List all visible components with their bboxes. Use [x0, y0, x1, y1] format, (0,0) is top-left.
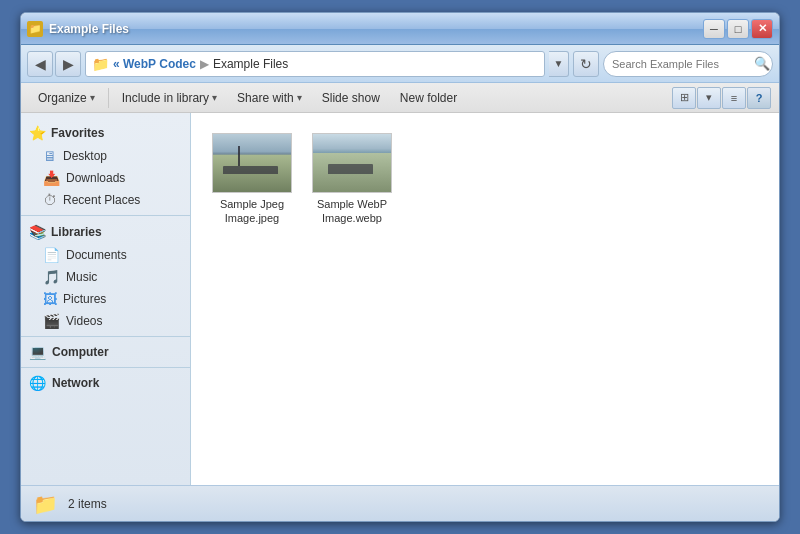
favorites-header[interactable]: ⭐ Favorites [21, 121, 190, 145]
close-button[interactable]: ✕ [751, 19, 773, 39]
downloads-label: Downloads [66, 171, 125, 185]
status-bar: 📁 2 items [21, 485, 779, 521]
sidebar: ⭐ Favorites 🖥 Desktop 📥 Downloads ⏱ Rece… [21, 113, 191, 485]
favorites-label: Favorites [51, 126, 104, 140]
libraries-header[interactable]: 📚 Libraries [21, 220, 190, 244]
forward-button[interactable]: ▶ [55, 51, 81, 77]
file-thumbnail-jpeg [212, 133, 292, 193]
back-button[interactable]: ◀ [27, 51, 53, 77]
desktop-icon: 🖥 [43, 148, 57, 164]
favorites-section: ⭐ Favorites 🖥 Desktop 📥 Downloads ⏱ Rece… [21, 121, 190, 211]
sidebar-item-pictures[interactable]: 🖼 Pictures [21, 288, 190, 310]
pictures-label: Pictures [63, 292, 106, 306]
breadcrumb-bar[interactable]: 📁 « WebP Codec ▶ Example Files [85, 51, 545, 77]
title-controls: ─ □ ✕ [703, 19, 773, 39]
recent-places-label: Recent Places [63, 193, 140, 207]
documents-label: Documents [66, 248, 127, 262]
organize-button[interactable]: Organize ▾ [29, 87, 104, 109]
include-in-library-label: Include in library [122, 91, 209, 105]
search-bar[interactable]: 🔍 [603, 51, 773, 77]
forward-icon: ▶ [63, 56, 74, 72]
window-title: Example Files [49, 22, 129, 36]
pictures-icon: 🖼 [43, 291, 57, 307]
new-folder-label: New folder [400, 91, 457, 105]
breadcrumb-part1[interactable]: « WebP Codec [113, 57, 196, 71]
sidebar-item-videos[interactable]: 🎬 Videos [21, 310, 190, 332]
sidebar-divider-1 [21, 215, 190, 216]
nav-bar: ◀ ▶ 📁 « WebP Codec ▶ Example Files ▼ ↻ 🔍 [21, 45, 779, 83]
sidebar-item-recent-places[interactable]: ⏱ Recent Places [21, 189, 190, 211]
title-bar-left: 📁 Example Files [27, 21, 129, 37]
sidebar-item-downloads[interactable]: 📥 Downloads [21, 167, 190, 189]
new-folder-button[interactable]: New folder [391, 87, 466, 109]
breadcrumb-separator: ▶ [200, 57, 209, 71]
include-dropdown-icon: ▾ [212, 92, 217, 103]
file-item-jpeg[interactable]: Sample Jpeg Image.jpeg [207, 129, 297, 230]
file-area: Sample Jpeg Image.jpeg Sample WebP Image… [191, 113, 779, 485]
status-count: 2 items [68, 497, 107, 511]
music-icon: 🎵 [43, 269, 60, 285]
details-view-button[interactable]: ≡ [722, 87, 746, 109]
maximize-button[interactable]: □ [727, 19, 749, 39]
search-input[interactable] [612, 58, 750, 70]
file-name-webp: Sample WebP Image.webp [311, 197, 393, 226]
search-icon: 🔍 [754, 56, 770, 71]
view-arrow-button[interactable]: ▾ [697, 87, 721, 109]
sidebar-divider-2 [21, 336, 190, 337]
network-icon: 🌐 [29, 375, 46, 391]
computer-section: 💻 Computer [21, 341, 190, 363]
sidebar-divider-3 [21, 367, 190, 368]
view-buttons: ⊞ ▾ ≡ ? [672, 87, 771, 109]
toolbar: Organize ▾ Include in library ▾ Share wi… [21, 83, 779, 113]
libraries-section: 📚 Libraries 📄 Documents 🎵 Music 🖼 Pictur… [21, 220, 190, 332]
minimize-button[interactable]: ─ [703, 19, 725, 39]
main-content: ⭐ Favorites 🖥 Desktop 📥 Downloads ⏱ Rece… [21, 113, 779, 485]
videos-icon: 🎬 [43, 313, 60, 329]
file-thumbnail-webp [312, 133, 392, 193]
sidebar-item-network[interactable]: 🌐 Network [21, 372, 190, 394]
refresh-icon: ↻ [580, 56, 592, 72]
downloads-icon: 📥 [43, 170, 60, 186]
network-label: Network [52, 376, 99, 390]
share-with-button[interactable]: Share with ▾ [228, 87, 311, 109]
help-button[interactable]: ? [747, 87, 771, 109]
window-icon: 📁 [27, 21, 43, 37]
organize-dropdown-icon: ▾ [90, 92, 95, 103]
organize-label: Organize [38, 91, 87, 105]
libraries-icon: 📚 [29, 224, 46, 240]
sidebar-item-computer[interactable]: 💻 Computer [21, 341, 190, 363]
documents-icon: 📄 [43, 247, 60, 263]
title-bar: 📁 Example Files ─ □ ✕ [21, 13, 779, 45]
videos-label: Videos [66, 314, 102, 328]
network-section: 🌐 Network [21, 372, 190, 394]
computer-icon: 💻 [29, 344, 46, 360]
sidebar-item-documents[interactable]: 📄 Documents [21, 244, 190, 266]
share-with-label: Share with [237, 91, 294, 105]
libraries-label: Libraries [51, 225, 102, 239]
slide-show-button[interactable]: Slide show [313, 87, 389, 109]
favorites-icon: ⭐ [29, 125, 46, 141]
breadcrumb-folder-icon: 📁 [92, 56, 109, 72]
file-item-webp[interactable]: Sample WebP Image.webp [307, 129, 397, 230]
sidebar-item-music[interactable]: 🎵 Music [21, 266, 190, 288]
include-in-library-button[interactable]: Include in library ▾ [113, 87, 226, 109]
slide-show-label: Slide show [322, 91, 380, 105]
music-label: Music [66, 270, 97, 284]
view-icon-button[interactable]: ⊞ [672, 87, 696, 109]
toolbar-separator-1 [108, 88, 109, 108]
file-name-jpeg: Sample Jpeg Image.jpeg [211, 197, 293, 226]
explorer-window: 📁 Example Files ─ □ ✕ ◀ ▶ 📁 « WebP Codec… [20, 12, 780, 522]
desktop-label: Desktop [63, 149, 107, 163]
sidebar-item-desktop[interactable]: 🖥 Desktop [21, 145, 190, 167]
status-folder-icon: 📁 [33, 492, 58, 516]
share-dropdown-icon: ▾ [297, 92, 302, 103]
refresh-button[interactable]: ↻ [573, 51, 599, 77]
recent-places-icon: ⏱ [43, 192, 57, 208]
breadcrumb-part2: Example Files [213, 57, 288, 71]
breadcrumb-dropdown[interactable]: ▼ [549, 51, 569, 77]
back-icon: ◀ [35, 56, 46, 72]
computer-label: Computer [52, 345, 109, 359]
nav-buttons: ◀ ▶ [27, 51, 81, 77]
